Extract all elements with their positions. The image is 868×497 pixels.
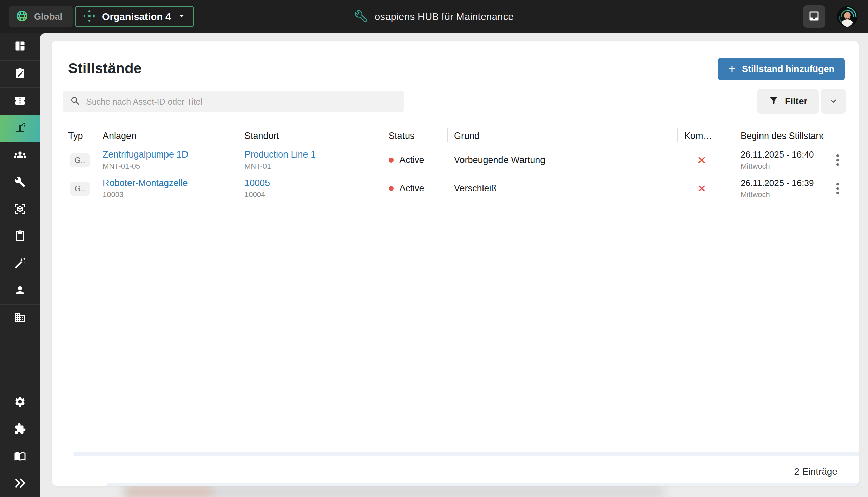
start-cell: 26.11.2025 - 16:40 Mittwoch xyxy=(734,146,823,174)
main-content: Stillstände + Stillstand hinzufügen Filt… xyxy=(40,33,868,497)
status-cell: Active xyxy=(382,174,447,203)
clipboard-edit-icon xyxy=(14,68,26,81)
column-header-beginn[interactable]: Beginn des Stillstands xyxy=(734,126,823,146)
topbar: Global Organisation 4 xyxy=(0,0,868,33)
card-bottom-band xyxy=(107,483,858,486)
sidebar-item-teams[interactable] xyxy=(0,142,40,169)
book-icon xyxy=(14,450,26,464)
sidebar-item-work-orders[interactable] xyxy=(0,60,40,87)
global-scope-button[interactable]: Global xyxy=(9,6,72,27)
column-header-typ[interactable]: Typ xyxy=(52,126,96,146)
location-link[interactable]: Production Line 1 xyxy=(245,150,316,160)
wrench-outline-icon xyxy=(354,9,368,24)
add-downtime-label: Stillstand hinzufügen xyxy=(742,64,835,74)
sidebar-item-assets-downtimes[interactable] xyxy=(0,114,40,142)
organisation-selector[interactable]: Organisation 4 xyxy=(75,6,194,27)
table-row[interactable]: G.. Roboter-Montagzelle 10003 10005 1000… xyxy=(52,174,859,203)
asset-link[interactable]: Zentrifugalpumpe 1D xyxy=(103,150,188,160)
filter-dropdown-button[interactable] xyxy=(821,89,846,114)
sidebar-item-plugins[interactable] xyxy=(0,416,40,443)
organisation-label: Organisation 4 xyxy=(102,11,171,23)
building-icon xyxy=(14,311,26,325)
status-dot-icon xyxy=(388,186,394,191)
cube-scan-icon xyxy=(14,203,26,217)
location-cell: Production Line 1 MNT-01 xyxy=(238,146,382,174)
filter-button[interactable]: Filter xyxy=(757,89,819,114)
sidebar xyxy=(0,33,40,497)
chevron-down-icon xyxy=(828,96,839,107)
background-shadow-tint xyxy=(125,487,213,496)
column-header-actions xyxy=(823,126,859,146)
sidebar-item-organisation[interactable] xyxy=(0,304,40,331)
type-cell: G.. xyxy=(52,174,96,203)
asset-id: MNT-01-05 xyxy=(103,162,140,171)
reason-label: Vorbeugende Wartung xyxy=(454,155,545,165)
column-header-status[interactable]: Status xyxy=(382,126,447,146)
column-header-standort[interactable]: Standort xyxy=(238,126,382,146)
filter-label: Filter xyxy=(785,96,807,107)
sidebar-expand-button[interactable] xyxy=(0,470,40,497)
start-day: Mittwoch xyxy=(741,162,770,171)
filter-group: Filter xyxy=(757,89,846,114)
status-dot-icon xyxy=(388,158,394,162)
add-downtime-button[interactable]: + Stillstand hinzufügen xyxy=(718,58,845,80)
chevron-down-icon xyxy=(177,11,187,22)
status-label: Active xyxy=(399,155,425,165)
column-header-kommentar[interactable]: Kommentar xyxy=(677,126,734,146)
type-badge: G.. xyxy=(70,153,90,167)
reason-cell: Vorbeugende Wartung xyxy=(447,146,677,174)
sidebar-item-scan[interactable] xyxy=(0,196,40,223)
location-link[interactable]: 10005 xyxy=(245,178,270,188)
robot-arm-icon xyxy=(14,122,26,135)
status-cell: Active xyxy=(382,146,447,174)
column-header-grund[interactable]: Grund xyxy=(447,126,677,146)
downtimes-card: Stillstände + Stillstand hinzufügen Filt… xyxy=(52,40,859,486)
people-icon xyxy=(14,148,26,162)
asset-link[interactable]: Roboter-Montagzelle xyxy=(103,178,188,188)
status-label: Active xyxy=(399,183,425,194)
start-datetime: 26.11.2025 - 16:39 xyxy=(741,178,814,188)
inbox-tray-button[interactable] xyxy=(803,5,825,28)
user-avatar[interactable] xyxy=(837,6,858,27)
reason-cell: Verschleiß xyxy=(447,174,677,203)
kebab-menu-icon xyxy=(837,155,839,166)
sidebar-item-dashboard[interactable] xyxy=(0,33,40,60)
sidebar-item-maintenance[interactable] xyxy=(0,169,40,196)
table-header: Typ Anlagen Standort Status Grund Kommen… xyxy=(52,126,859,146)
location-id: MNT-01 xyxy=(245,162,271,171)
row-menu-button[interactable] xyxy=(823,174,859,203)
type-badge: G.. xyxy=(70,182,90,196)
dashboard-icon xyxy=(14,40,26,54)
no-comment-x-icon: ✕ xyxy=(684,154,706,167)
horizontal-scrollbar[interactable] xyxy=(73,452,858,456)
globe-icon xyxy=(16,10,28,24)
comment-cell: ✕ xyxy=(677,174,734,203)
wrench-icon xyxy=(14,176,26,189)
start-day: Mittwoch xyxy=(741,190,770,199)
double-chevron-right-icon xyxy=(14,477,26,491)
page-title: Stillstände xyxy=(68,60,142,76)
search-input[interactable] xyxy=(86,97,397,107)
table-row[interactable]: G.. Zentrifugalpumpe 1D MNT-01-05 Produc… xyxy=(52,146,859,174)
app-title: osapiens HUB für Maintenance xyxy=(375,11,514,23)
scope-switcher: Global Organisation 4 xyxy=(9,6,194,27)
app-title-group: osapiens HUB für Maintenance xyxy=(354,0,514,33)
column-header-anlagen[interactable]: Anlagen xyxy=(96,126,238,146)
row-menu-button[interactable] xyxy=(823,146,859,174)
sidebar-item-automation[interactable] xyxy=(0,250,40,277)
location-id: 10004 xyxy=(245,190,265,199)
sidebar-item-tickets[interactable] xyxy=(0,87,40,114)
gear-icon xyxy=(14,396,26,409)
sidebar-item-checklists[interactable] xyxy=(0,223,40,250)
inbox-tray-icon xyxy=(808,10,820,23)
app-root: Global Organisation 4 xyxy=(0,0,868,497)
clipboard-icon xyxy=(14,230,26,243)
search-box xyxy=(63,91,404,112)
sidebar-item-users[interactable] xyxy=(0,277,40,304)
puzzle-icon xyxy=(14,423,26,436)
location-cell: 10005 10004 xyxy=(238,174,382,203)
sidebar-item-settings[interactable] xyxy=(0,388,40,416)
sidebar-item-documentation[interactable] xyxy=(0,443,40,470)
start-cell: 26.11.2025 - 16:39 Mittwoch xyxy=(734,174,823,203)
ticket-icon xyxy=(14,95,26,108)
